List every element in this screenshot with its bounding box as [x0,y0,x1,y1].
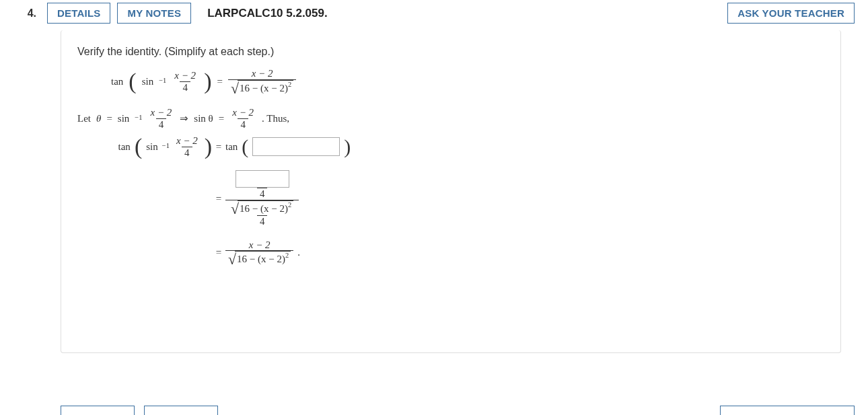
sqrt3: √ 16 − (x − 2)2 [228,251,291,266]
let-frac: x − 2 4 [148,107,175,130]
my-notes-button[interactable]: MY NOTES [117,3,191,24]
sqrt2: √ 16 − (x − 2)2 [231,200,293,216]
final-period: . [297,245,300,260]
question-header: 4. DETAILS MY NOTES LARPCALC10 5.2.059. … [13,0,855,30]
sqrt-expr-3: 16 − (x − 2) [237,254,285,264]
let-rhs-num: x − 2 [229,107,256,118]
step1-den: 4 [182,147,192,159]
arg-num: x − 2 [172,70,198,81]
source-code: LARPCALC10 5.2.059. [207,7,328,20]
arrow: ⇒ [180,111,188,126]
exp3: 2 [285,252,289,259]
sqrt-icon-2: √ [231,202,239,217]
step2-inner-bot: √ 16 − (x − 2)2 4 [228,200,296,227]
answer-input-2[interactable] [236,170,289,188]
step1-num: x − 2 [174,135,201,147]
question-number: 4. [13,7,40,20]
fn-tan: tan [111,74,123,89]
ghost-button-1[interactable] [61,406,135,415]
sqrt-expr-2: 16 − (x − 2) [240,203,288,214]
ghost-button-3[interactable] [720,406,855,415]
step2-inner-top-den: 4 [257,188,268,200]
answer-wrap [233,170,292,188]
p-open: ( [135,135,142,158]
step1-eq: = [212,139,225,155]
step2-eq: = [212,191,225,206]
derivation: tan ( sin−1 x − 2 4 ) = tan ( ) = [77,135,824,266]
sin-theta: sin θ [194,111,213,126]
sqrt-body-2: 16 − (x − 2)2 [238,200,293,216]
answer-input-1[interactable] [252,137,340,156]
power-neg1: −1 [159,75,166,86]
step2-outer-den: √ 16 − (x − 2)2 4 [225,200,299,227]
arg-fraction: x − 2 4 [172,70,198,93]
exp2: 2 [288,201,291,209]
sin-lhs: sin [146,139,158,155]
let-rhs-den: 4 [238,118,248,130]
tan-lhs: tan [118,139,131,155]
sqrt-body: 16 − (x − 2)2 [238,80,293,96]
rhs-fraction: x − 2 √ 16 − (x − 2)2 [228,68,296,95]
step3-rhs: x − 2 √ 16 − (x − 2)2 . [225,239,824,266]
neg1: −1 [135,112,142,123]
ask-teacher-button[interactable]: ASK YOUR TEACHER [727,3,855,24]
step2-outer-num: 4 [230,170,295,200]
sqrt-body-3: 16 − (x − 2)2 [235,251,291,266]
identity-equation: tan ( sin −1 x − 2 4 ) = x − 2 √ 16 − (x… [111,68,824,95]
arg-den: 4 [180,81,190,93]
ghost-button-2[interactable] [144,406,218,415]
sqrt-exp: 2 [288,81,291,88]
theta: θ [96,111,101,126]
paren-close-2: ) [344,137,351,157]
step2-inner-top: 4 [233,170,292,200]
rhs-num: x − 2 [249,68,276,79]
step1-frac: x − 2 4 [174,135,201,158]
step3-num: x − 2 [246,239,273,251]
paren-close: ) [204,70,211,93]
thus: . Thus, [262,111,289,126]
let-word: Let [77,111,91,126]
neg1b: −1 [162,141,170,151]
step3-frac: x − 2 √ 16 − (x − 2)2 [225,239,293,266]
question-content: Verify the identity. (Simplify at each s… [61,30,841,353]
fn-sin: sin [142,74,154,89]
sqrt-wrapper: √ 16 − (x − 2)2 [231,80,293,96]
eq2: = [219,111,224,126]
sin-label: sin [118,111,130,126]
rhs-den: √ 16 − (x − 2)2 [228,79,296,96]
step3-eq: = [212,245,225,260]
step3-den: √ 16 − (x − 2)2 [225,250,293,266]
sqrt-expr: 16 − (x − 2) [240,83,288,93]
step1-lhs: tan ( sin−1 x − 2 4 ) [118,135,212,158]
step2-inner-bot-num: √ 16 − (x − 2)2 [228,200,296,216]
let-frac-den: 4 [156,118,167,130]
step2-outer-frac: 4 √ 16 − (x − 2)2 [225,170,299,227]
step2-inner-bot-den: 4 [257,215,268,227]
details-button[interactable]: DETAILS [47,3,110,24]
step1-rhs: tan ( ) [225,137,824,157]
eq1: = [106,111,112,126]
paren-open-2: ( [242,137,248,157]
let-line: Let θ = sin−1 x − 2 4 ⇒ sin θ = x − 2 4 … [77,107,824,130]
next-question-header [13,406,855,415]
sqrt-icon-3: √ [228,252,236,267]
paren-open: ( [129,70,136,93]
p-close: ) [205,135,212,158]
step2-rhs: 4 √ 16 − (x − 2)2 [225,170,824,227]
let-frac-num: x − 2 [148,107,175,118]
page-root: 4. DETAILS MY NOTES LARPCALC10 5.2.059. … [0,0,868,415]
equals-sign: = [217,74,222,89]
prompt-text: Verify the identity. (Simplify at each s… [77,44,824,60]
let-rhs-frac: x − 2 4 [229,107,256,130]
sqrt-icon: √ [231,81,239,96]
tan-rhs: tan [225,139,238,155]
